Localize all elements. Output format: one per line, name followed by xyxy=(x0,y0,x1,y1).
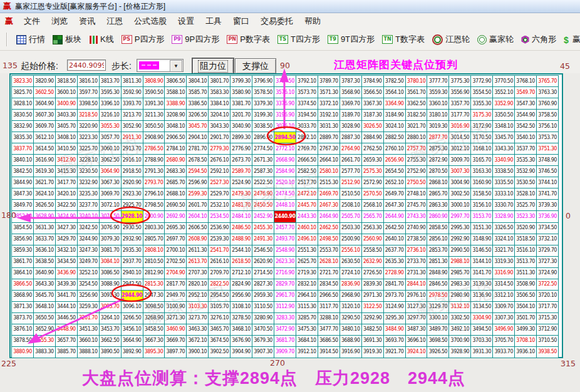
matrix-cell[interactable]: 3835.30 xyxy=(12,132,34,143)
matrix-cell[interactable]: 3124.90 xyxy=(384,302,406,313)
matrix-cell[interactable]: 3016.90 xyxy=(449,121,471,132)
matrix-cell[interactable]: 2863.30 xyxy=(427,200,449,211)
matrix-cell[interactable]: 3770.50 xyxy=(493,76,515,87)
matrix-cell[interactable]: 3756.10 xyxy=(537,121,559,132)
matrix-cell[interactable]: 3038.50 xyxy=(252,121,274,132)
matrix-cell[interactable]: 3321.70 xyxy=(493,245,515,257)
matrix-cell[interactable]: 2440.90 xyxy=(274,211,296,222)
matrix-cell[interactable]: 2803.30 xyxy=(143,223,165,234)
matrix-cell[interactable]: 3256.90 xyxy=(78,291,100,302)
matrix-cell[interactable]: 3844.90 xyxy=(12,177,34,188)
matrix-cell[interactable]: 3268.90 xyxy=(143,313,165,324)
matrix-cell[interactable]: 2932.90 xyxy=(122,234,143,245)
matrix-cell[interactable]: 2752.90 xyxy=(406,166,428,177)
matrix-cell[interactable]: 3204.10 xyxy=(209,110,230,121)
matrix-cell[interactable]: 3300.10 xyxy=(427,313,449,324)
matrix-cell[interactable]: 3475.30 xyxy=(296,324,318,336)
matrix-cell[interactable]: 3664.90 xyxy=(122,336,143,347)
matrix-cell[interactable]: 3295.30 xyxy=(384,313,406,324)
matrix-cell[interactable]: 3511.30 xyxy=(515,268,537,279)
matrix-cell[interactable]: 3338.50 xyxy=(493,166,515,177)
matrix-cell[interactable]: 2928.10 xyxy=(122,211,143,222)
matrix-cell[interactable]: 3504.10 xyxy=(515,302,537,313)
matrix-cell[interactable]: 2925.70 xyxy=(122,200,143,211)
matrix-cell[interactable]: 3580.90 xyxy=(230,87,252,98)
matrix-cell[interactable]: 2767.30 xyxy=(318,143,340,155)
matrix-cell[interactable]: 3523.30 xyxy=(515,211,537,222)
matrix-cell[interactable]: 3122.50 xyxy=(362,302,384,313)
matrix-cell[interactable]: 2467.30 xyxy=(318,200,340,211)
matrix-cell[interactable]: 2954.50 xyxy=(209,291,230,302)
matrix-cell[interactable]: 3429.70 xyxy=(56,234,78,245)
matrix-cell[interactable]: 2940.10 xyxy=(122,268,143,279)
matrix-cell[interactable]: 2755.30 xyxy=(406,155,428,166)
matrix-cell[interactable]: 3312.10 xyxy=(493,291,515,302)
matrix-cell[interactable]: 3259.30 xyxy=(78,302,100,313)
matrix-cell[interactable]: 2702.50 xyxy=(165,257,187,268)
matrix-cell[interactable]: 2988.10 xyxy=(449,257,471,268)
matrix-cell[interactable]: 2738.50 xyxy=(406,234,428,245)
matrix-cell[interactable]: 3578.50 xyxy=(252,87,274,98)
matrix-cell[interactable]: 3720.10 xyxy=(537,291,559,302)
matrix-cell[interactable]: 3330.70 xyxy=(493,200,515,211)
matrix-cell[interactable]: 3645.70 xyxy=(34,291,56,302)
toolbar-button-P数字表[interactable]: PNP数字表 xyxy=(223,33,274,46)
matrix-cell[interactable]: 2916.10 xyxy=(122,155,143,166)
matrix-cell[interactable]: 3309.70 xyxy=(493,302,515,313)
matrix-cell[interactable]: 3508.90 xyxy=(515,279,537,291)
matrix-cell[interactable]: 3230.50 xyxy=(78,166,100,177)
matrix-cell[interactable]: 3532.90 xyxy=(515,166,537,177)
matrix-cell[interactable]: 3055.30 xyxy=(100,121,122,132)
matrix-cell[interactable]: 3544.90 xyxy=(515,110,537,121)
matrix-cell[interactable]: 3391.30 xyxy=(143,98,165,110)
matrix-cell[interactable]: 2956.90 xyxy=(230,291,252,302)
matrix-cell[interactable]: 3679.30 xyxy=(252,336,274,347)
matrix-cell[interactable]: 3828.10 xyxy=(12,98,34,110)
matrix-cell[interactable]: 3444.10 xyxy=(56,302,78,313)
matrix-cell[interactable]: 3499.30 xyxy=(515,324,537,336)
step-combobox[interactable]: ▼ xyxy=(137,59,184,72)
matrix-cell[interactable]: 3148.90 xyxy=(471,234,493,245)
matrix-cell[interactable]: 3552.10 xyxy=(493,87,515,98)
toolbar-button-板块[interactable]: 板块 xyxy=(49,33,85,46)
matrix-cell[interactable]: 3132.10 xyxy=(449,302,471,313)
matrix-cell[interactable]: 2930.50 xyxy=(122,223,143,234)
matrix-cell[interactable]: 3396.10 xyxy=(100,98,122,110)
matrix-cell[interactable]: 3393.70 xyxy=(122,98,143,110)
matrix-cell[interactable]: 3355.30 xyxy=(471,98,493,110)
matrix-cell[interactable]: 3888.10 xyxy=(78,347,100,358)
matrix-cell[interactable]: 3739.30 xyxy=(537,200,559,211)
matrix-cell[interactable]: 3571.30 xyxy=(318,87,340,98)
matrix-cell[interactable]: 2577.70 xyxy=(340,166,362,177)
matrix-cell[interactable]: 3854.50 xyxy=(12,223,34,234)
matrix-cell[interactable]: 2625.70 xyxy=(296,257,318,268)
matrix-cell[interactable]: 2805.70 xyxy=(143,234,165,245)
matrix-cell[interactable]: 3235.30 xyxy=(78,188,100,200)
matrix-cell[interactable]: 3650.50 xyxy=(34,313,56,324)
matrix-cell[interactable]: 3703.30 xyxy=(471,336,493,347)
matrix-cell[interactable]: 2964.10 xyxy=(296,291,318,302)
matrix-cell[interactable]: 3369.70 xyxy=(340,98,362,110)
matrix-cell[interactable]: 3340.90 xyxy=(493,155,515,166)
matrix-cell[interactable]: 3350.50 xyxy=(493,110,515,121)
matrix-cell[interactable]: 2824.90 xyxy=(230,279,252,291)
matrix-cell[interactable]: 3400.90 xyxy=(56,98,78,110)
matrix-cell[interactable]: 3748.90 xyxy=(537,155,559,166)
matrix-cell[interactable]: 2997.70 xyxy=(449,211,471,222)
matrix-cell[interactable]: 3084.10 xyxy=(100,257,122,268)
matrix-cell[interactable]: 3408.10 xyxy=(56,132,78,143)
matrix-cell[interactable]: 2448.10 xyxy=(274,200,296,211)
matrix-cell[interactable]: 3465.70 xyxy=(209,324,230,336)
matrix-cell[interactable]: 2642.50 xyxy=(384,223,406,234)
matrix-cell[interactable]: 2995.30 xyxy=(449,223,471,234)
matrix-cell[interactable]: 3456.10 xyxy=(122,324,143,336)
support-button[interactable]: 支撑位 xyxy=(235,58,276,74)
matrix-cell[interactable]: 2553.70 xyxy=(318,245,340,257)
matrix-cell[interactable]: 3352.90 xyxy=(493,98,515,110)
matrix-cell[interactable]: 3590.50 xyxy=(143,87,165,98)
matrix-cell[interactable]: 3000.10 xyxy=(449,200,471,211)
matrix-cell[interactable]: 3588.10 xyxy=(165,87,187,98)
matrix-cell[interactable]: 3710.50 xyxy=(537,336,559,347)
matrix-cell[interactable]: 3432.10 xyxy=(56,245,78,257)
matrix-cell[interactable]: 2599.30 xyxy=(187,188,209,200)
